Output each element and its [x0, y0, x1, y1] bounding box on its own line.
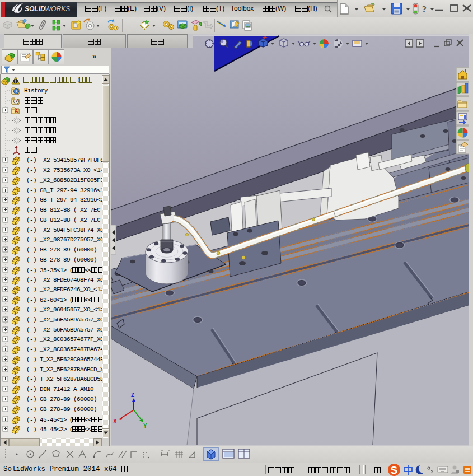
svg-text:Y: Y — [143, 423, 147, 429]
svg-text:?: ? — [422, 4, 427, 14]
svg-text:SOLID: SOLID — [25, 5, 45, 13]
svg-text:S: S — [391, 464, 398, 476]
svg-text:A: A — [15, 108, 18, 114]
svg-text:Z: Z — [131, 392, 134, 398]
svg-text:WORKS: WORKS — [45, 5, 70, 13]
svg-text:X: X — [113, 418, 117, 424]
